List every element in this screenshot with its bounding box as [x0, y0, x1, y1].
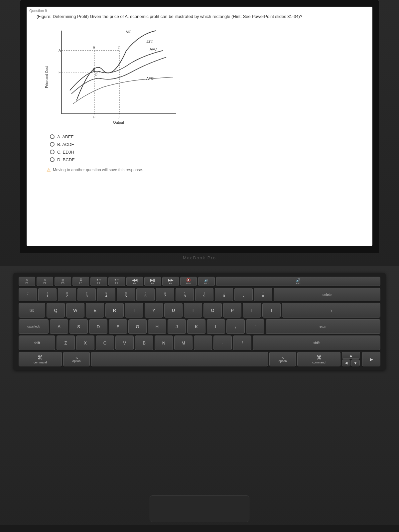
key-q[interactable]: Q: [47, 303, 65, 318]
key-6[interactable]: ^ 6: [136, 288, 155, 301]
key-comma[interactable]: ,: [194, 335, 212, 350]
key-f11[interactable]: 🔉 F11: [198, 277, 215, 286]
key-arrow-down[interactable]: ▼: [351, 359, 360, 366]
key-o[interactable]: O: [203, 303, 222, 318]
key-a[interactable]: A: [50, 319, 68, 334]
key-8[interactable]: * 8: [176, 288, 194, 301]
key-option-left[interactable]: ⌥ option: [63, 352, 90, 366]
key-1[interactable]: ! 1: [38, 288, 57, 301]
keyboard-area: ☀ F1 ☀ F2 ⊞ F3 ⠿ F4 ✦✦ F5: [0, 266, 399, 532]
key-command-left[interactable]: ⌘ command: [19, 352, 62, 366]
key-f2[interactable]: ☀ F2: [37, 277, 53, 286]
key-arrow-right[interactable]: ▶: [362, 352, 380, 366]
key-9[interactable]: ( 9: [195, 288, 213, 301]
key-command-right[interactable]: ⌘ command: [297, 352, 340, 366]
radio-d[interactable]: [50, 157, 55, 162]
answer-label-d: D. BCDE: [57, 157, 75, 162]
key-slash[interactable]: /: [233, 335, 251, 350]
key-i[interactable]: I: [184, 303, 202, 318]
key-g[interactable]: G: [128, 319, 147, 334]
key-option-right[interactable]: ⌥ option: [269, 352, 296, 366]
key-5[interactable]: % 5: [117, 288, 135, 301]
question-title: (Figure: Determining Profit) Given the p…: [37, 13, 362, 20]
qwerty-row: tab Q W E R T Y U I O P [ ] \: [19, 303, 380, 318]
key-space[interactable]: [91, 352, 268, 366]
bottom-bar: [0, 525, 399, 532]
answer-option-d[interactable]: D. BCDE: [50, 157, 362, 162]
key-3[interactable]: # 3: [77, 288, 96, 301]
svg-text:MC: MC: [126, 30, 131, 34]
key-p[interactable]: P: [223, 303, 241, 318]
key-f9[interactable]: ▶▶ F9: [162, 277, 179, 286]
key-c[interactable]: C: [96, 335, 114, 350]
key-4[interactable]: $ 4: [97, 288, 115, 301]
key-period[interactable]: .: [213, 335, 232, 350]
save-notice-text: Moving to another question will save thi…: [53, 168, 143, 172]
key-f5[interactable]: ✦✦ F5: [90, 277, 107, 286]
key-h[interactable]: H: [148, 319, 166, 334]
key-equals[interactable]: + =: [254, 288, 272, 301]
trackpad[interactable]: [150, 495, 249, 522]
key-semicolon[interactable]: ;: [226, 319, 245, 334]
answer-label-a: A. ABEF: [57, 134, 73, 139]
answer-label-b: B. ACDF: [57, 142, 74, 147]
key-r[interactable]: R: [105, 303, 124, 318]
answer-option-b[interactable]: B. ACDF: [50, 142, 362, 147]
key-backslash[interactable]: \: [282, 303, 380, 318]
radio-a[interactable]: [50, 134, 55, 139]
key-return[interactable]: return: [266, 319, 380, 334]
key-y[interactable]: Y: [145, 303, 163, 318]
key-arrow-up[interactable]: ▲: [342, 352, 360, 359]
key-f8[interactable]: ▶|| F8: [144, 277, 161, 286]
key-m[interactable]: M: [174, 335, 193, 350]
key-quote[interactable]: ': [246, 319, 264, 334]
svg-text:J: J: [118, 115, 120, 119]
key-z[interactable]: Z: [57, 335, 75, 350]
key-backtick[interactable]: ~ `: [19, 288, 37, 301]
key-shift-left[interactable]: shift: [19, 335, 55, 350]
key-2[interactable]: @ 2: [58, 288, 76, 301]
key-delete[interactable]: delete: [274, 288, 380, 301]
key-w[interactable]: W: [66, 303, 84, 318]
key-tab[interactable]: tab: [19, 303, 45, 318]
key-l[interactable]: L: [207, 319, 225, 334]
radio-c[interactable]: [50, 150, 55, 154]
key-v[interactable]: V: [115, 335, 134, 350]
number-row: ~ ` ! 1 @ 2 # 3 $ 4: [19, 288, 380, 301]
key-7[interactable]: & 7: [156, 288, 174, 301]
warning-icon: ⚠: [47, 167, 51, 173]
key-t[interactable]: T: [125, 303, 143, 318]
key-f1[interactable]: ☀ F1: [19, 277, 35, 286]
key-f12[interactable]: 🔊 F12: [216, 277, 380, 286]
key-f10[interactable]: 🔇 F10: [180, 277, 197, 286]
svg-text:Price and Cost: Price and Cost: [45, 66, 49, 88]
key-e[interactable]: E: [86, 303, 104, 318]
key-j[interactable]: J: [168, 319, 186, 334]
key-k[interactable]: K: [187, 319, 205, 334]
key-f4[interactable]: ⠿ F4: [72, 277, 89, 286]
key-shift-right[interactable]: shift: [253, 335, 380, 350]
key-bracket-open[interactable]: [: [243, 303, 261, 318]
key-n[interactable]: N: [155, 335, 173, 350]
key-d[interactable]: D: [89, 319, 107, 334]
key-capslock[interactable]: caps lock: [19, 319, 49, 334]
key-minus[interactable]: _ -: [234, 288, 253, 301]
answer-option-c[interactable]: C. EDJH: [50, 150, 362, 155]
key-b[interactable]: B: [135, 335, 153, 350]
key-f6[interactable]: ✦✦ F6: [108, 277, 125, 286]
key-bracket-close[interactable]: ]: [262, 303, 281, 318]
question-area: (Figure: Determining Profit) Given the p…: [27, 7, 372, 179]
key-f[interactable]: F: [109, 319, 127, 334]
key-f7[interactable]: ◀◀ F7: [126, 277, 143, 286]
answer-option-a[interactable]: A. ABEF: [50, 134, 362, 139]
key-arrow-left[interactable]: ◀: [342, 359, 350, 366]
svg-text:Output: Output: [113, 120, 124, 124]
key-x[interactable]: X: [76, 335, 94, 350]
key-u[interactable]: U: [164, 303, 183, 318]
screen-bezel: Question 9 (Figure: Determining Profit) …: [20, 0, 379, 253]
radio-b[interactable]: [50, 142, 55, 147]
key-0[interactable]: ) 0: [215, 288, 233, 301]
key-s[interactable]: S: [69, 319, 88, 334]
key-f3[interactable]: ⊞ F3: [55, 277, 71, 286]
svg-text:AVC: AVC: [150, 47, 157, 51]
